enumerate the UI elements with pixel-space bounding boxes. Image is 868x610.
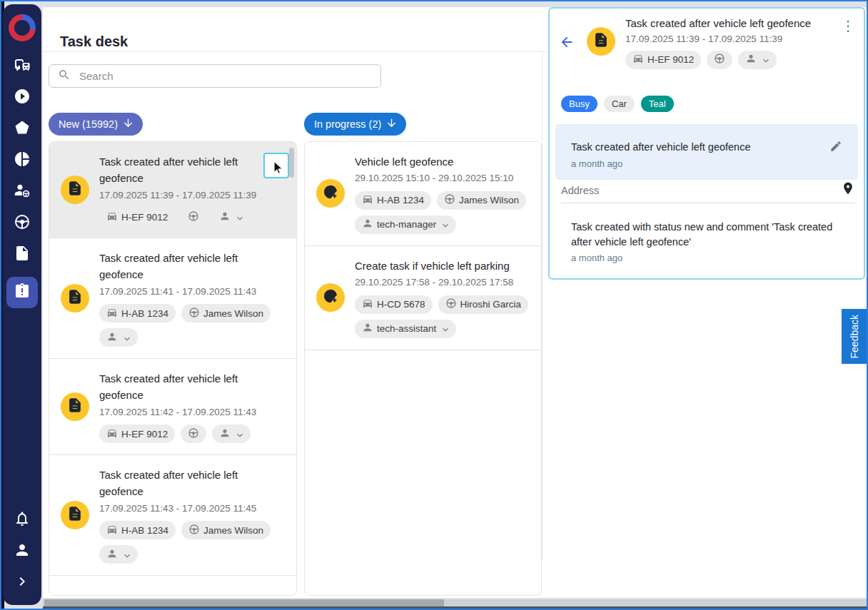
address-field[interactable]: Address	[561, 184, 855, 197]
task-card[interactable]: Task created after vehicle left geofence…	[49, 455, 296, 576]
sidebar-item-documents[interactable]	[6, 245, 38, 264]
task-avatar	[61, 176, 89, 204]
task-title: Vehicle left geofence	[355, 153, 530, 170]
vehicle-chip[interactable]: H-EF 9012	[99, 425, 175, 443]
document-icon	[67, 181, 83, 199]
expand-sidebar-button[interactable]	[6, 574, 38, 592]
task-card[interactable]: Task created after vehicle left geofence…	[49, 142, 296, 238]
content-divider	[542, 51, 542, 560]
chevron-down-icon	[760, 55, 769, 64]
clipboard-alert-icon	[14, 283, 31, 303]
person-icon	[106, 548, 118, 561]
assignee-chip[interactable]	[212, 208, 251, 226]
history-text: Task created with status new and comment…	[571, 220, 844, 250]
chevron-down-icon	[121, 550, 131, 559]
edit-comment-button[interactable]	[829, 140, 842, 153]
tag-busy[interactable]: Busy	[561, 96, 597, 112]
assignee-name: tech-assistant	[377, 323, 436, 334]
person-icon	[745, 53, 757, 66]
document-icon	[593, 32, 609, 51]
task-card[interactable]: Vehicle left geofence 29.10.2025 15:10 -…	[305, 142, 541, 246]
assignee-chip[interactable]	[99, 545, 138, 564]
detail-title: Task created after vehicle left geofence	[625, 16, 832, 32]
assignee-chip[interactable]: tech-assistant	[355, 320, 456, 338]
task-date: 29.10.2025 15:10 - 29.10.2025 15:10	[355, 171, 530, 185]
search-input[interactable]	[78, 69, 372, 83]
sidebar-item-steering[interactable]	[6, 214, 38, 233]
vehicles-icon	[14, 56, 31, 76]
driver-chip[interactable]: James Wilson	[437, 191, 526, 210]
comment-text: Task created after vehicle left geofence	[571, 141, 750, 153]
search-box[interactable]	[49, 64, 381, 88]
location-pin-icon[interactable]	[841, 181, 855, 195]
sidebar-item-reports[interactable]	[6, 151, 38, 170]
driver-name: James Wilson	[203, 308, 263, 319]
comment-highlight: Task created after vehicle left geofence…	[555, 124, 858, 180]
task-card[interactable]: Create task if vehicle left parking 29.1…	[305, 246, 541, 350]
scrollbar-thumb[interactable]	[44, 599, 444, 606]
driver-chip-empty[interactable]	[707, 51, 732, 69]
bell-icon	[14, 510, 31, 530]
arrow-down-icon	[122, 117, 134, 131]
mouse-cursor	[271, 159, 284, 175]
column-scrollbar[interactable]	[289, 148, 294, 178]
task-card[interactable]: Task created after vehicle left geofence…	[49, 238, 296, 359]
vehicle-chip[interactable]: H-AB 1234	[355, 191, 431, 210]
sidebar-item-playback[interactable]	[6, 88, 38, 107]
document-icon	[67, 397, 83, 416]
driver-chip[interactable]: James Wilson	[181, 304, 271, 322]
history-time: a month ago	[571, 253, 844, 263]
task-date: 17.09.2025 11:41 - 17.09.2025 11:43	[99, 285, 285, 299]
vehicle-chip[interactable]: H-AB 1234	[99, 521, 176, 539]
profile-button[interactable]	[6, 542, 38, 561]
task-card[interactable]: Task created after vehicle left geofence…	[49, 359, 296, 455]
sidebar-item-tasks[interactable]	[6, 277, 38, 308]
steering-wheel-icon	[188, 427, 199, 441]
pentagon-icon	[14, 119, 31, 139]
task-date: 29.10.2025 17:58 - 29.10.2025 17:58	[355, 275, 530, 290]
chevron-down-icon	[121, 333, 131, 342]
vehicle-plate: H-AB 1234	[121, 525, 168, 536]
column-inprogress: Vehicle left geofence 29.10.2025 15:10 -…	[304, 141, 542, 596]
tag-car[interactable]: Car	[604, 96, 635, 112]
person-icon	[362, 218, 373, 231]
assignee-chip[interactable]: tech-manager	[355, 215, 456, 234]
tag-row: Busy Car Teal	[561, 96, 674, 112]
driver-chip[interactable]: Hiroshi Garcia	[438, 295, 529, 314]
driver-chip-empty[interactable]	[181, 208, 206, 226]
sidebar-item-fleet[interactable]	[6, 57, 38, 76]
vehicle-plate: H-EF 9012	[121, 212, 168, 223]
horizontal-scrollbar[interactable]	[43, 599, 868, 606]
steering-wheel-icon	[445, 298, 457, 311]
feedback-label: Feedback	[849, 315, 860, 358]
task-avatar	[61, 284, 89, 312]
address-underline	[561, 203, 855, 203]
notifications-button[interactable]	[6, 511, 38, 529]
driver-chip[interactable]: James Wilson	[181, 521, 271, 539]
vehicle-chip[interactable]: H-CD 5678	[355, 295, 433, 314]
feedback-button[interactable]: Feedback	[842, 309, 867, 364]
vehicle-plate: H-AB 1234	[121, 308, 168, 319]
driver-chip-empty[interactable]	[181, 425, 206, 443]
assignee-chip[interactable]	[99, 328, 138, 347]
arrow-down-icon	[385, 117, 398, 131]
car-icon	[362, 193, 373, 207]
column-header-new[interactable]: New (15992)	[49, 113, 143, 136]
vehicle-chip[interactable]: H-EF 9012	[625, 51, 701, 69]
car-icon	[362, 298, 373, 311]
column-header-inprogress[interactable]: In progress (2)	[304, 113, 406, 136]
more-options-button[interactable]: ⋮	[841, 19, 855, 33]
task-avatar	[316, 283, 345, 312]
back-button[interactable]	[557, 32, 577, 52]
document-icon	[14, 245, 31, 265]
tag-teal[interactable]: Teal	[641, 96, 674, 112]
assignee-chip[interactable]	[738, 51, 777, 69]
vehicle-chip[interactable]: H-AB 1234	[99, 304, 176, 322]
vehicle-plate: H-AB 1234	[377, 195, 424, 205]
sidebar-item-geofences[interactable]	[6, 120, 38, 138]
task-avatar	[587, 27, 615, 56]
sidebar-item-drivers[interactable]	[6, 183, 38, 201]
vehicle-chip[interactable]: H-EF 9012	[99, 208, 175, 226]
task-title: Task created after vehicle left geofence	[99, 250, 285, 283]
assignee-chip[interactable]	[212, 425, 251, 443]
